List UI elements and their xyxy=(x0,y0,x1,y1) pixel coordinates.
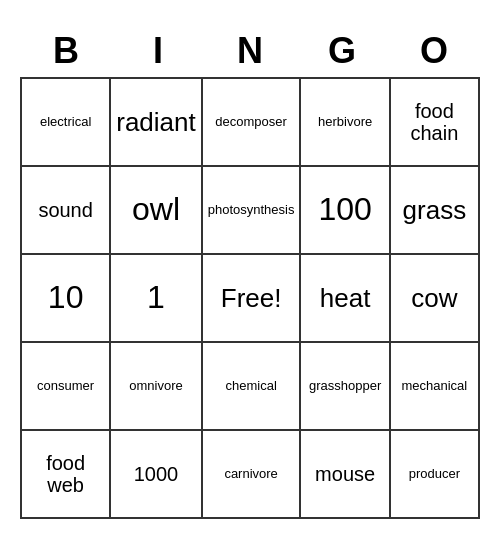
bingo-cell-1: radiant xyxy=(111,79,203,167)
bingo-cell-20: food web xyxy=(22,431,111,519)
bingo-card: BINGO electricalradiantdecomposerherbivo… xyxy=(10,15,490,529)
bingo-cell-9: grass xyxy=(391,167,480,255)
bingo-cell-4: food chain xyxy=(391,79,480,167)
bingo-cell-7: photosynthesis xyxy=(203,167,302,255)
bingo-cell-18: grasshopper xyxy=(301,343,390,431)
bingo-cell-2: decomposer xyxy=(203,79,302,167)
bingo-cell-3: herbivore xyxy=(301,79,390,167)
bingo-cell-19: mechanical xyxy=(391,343,480,431)
bingo-grid: electricalradiantdecomposerherbivorefood… xyxy=(20,77,480,519)
bingo-cell-24: producer xyxy=(391,431,480,519)
bingo-cell-15: consumer xyxy=(22,343,111,431)
bingo-cell-10: 10 xyxy=(22,255,111,343)
bingo-cell-16: omnivore xyxy=(111,343,203,431)
bingo-cell-5: sound xyxy=(22,167,111,255)
bingo-cell-17: chemical xyxy=(203,343,302,431)
header-letter-g: G xyxy=(296,25,388,77)
header-letter-i: I xyxy=(112,25,204,77)
header-letter-o: O xyxy=(388,25,480,77)
bingo-cell-23: mouse xyxy=(301,431,390,519)
bingo-cell-0: electrical xyxy=(22,79,111,167)
header-letter-n: N xyxy=(204,25,296,77)
bingo-cell-13: heat xyxy=(301,255,390,343)
bingo-cell-6: owl xyxy=(111,167,203,255)
bingo-cell-21: 1000 xyxy=(111,431,203,519)
bingo-cell-14: cow xyxy=(391,255,480,343)
bingo-header: BINGO xyxy=(20,25,480,77)
header-letter-b: B xyxy=(20,25,112,77)
bingo-cell-22: carnivore xyxy=(203,431,302,519)
bingo-cell-8: 100 xyxy=(301,167,390,255)
bingo-cell-11: 1 xyxy=(111,255,203,343)
bingo-cell-12: Free! xyxy=(203,255,302,343)
